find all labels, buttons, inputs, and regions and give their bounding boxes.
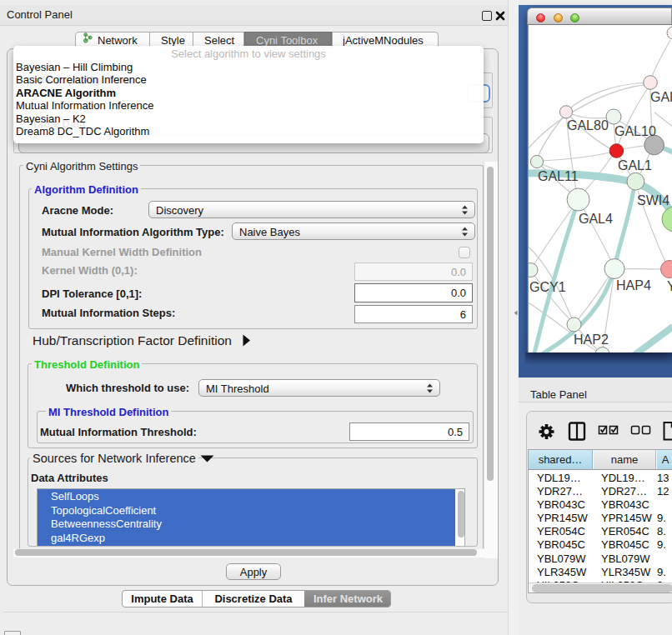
svg-text:GAL4: GAL4 bbox=[579, 212, 613, 226]
svg-text:GCY1: GCY1 bbox=[529, 280, 566, 294]
svg-text:HAP4: HAP4 bbox=[616, 278, 651, 292]
svg-text:GAL80: GAL80 bbox=[567, 118, 609, 132]
svg-text:YM: YM bbox=[667, 279, 672, 293]
svg-text:GAL1: GAL1 bbox=[618, 158, 652, 172]
svg-text:GAL10: GAL10 bbox=[614, 124, 656, 138]
svg-text:HAP2: HAP2 bbox=[574, 332, 609, 347]
svg-text:GAL7: GAL7 bbox=[650, 90, 672, 104]
svg-text:GAL11: GAL11 bbox=[538, 169, 579, 183]
svg-text:SWI4: SWI4 bbox=[637, 193, 669, 208]
